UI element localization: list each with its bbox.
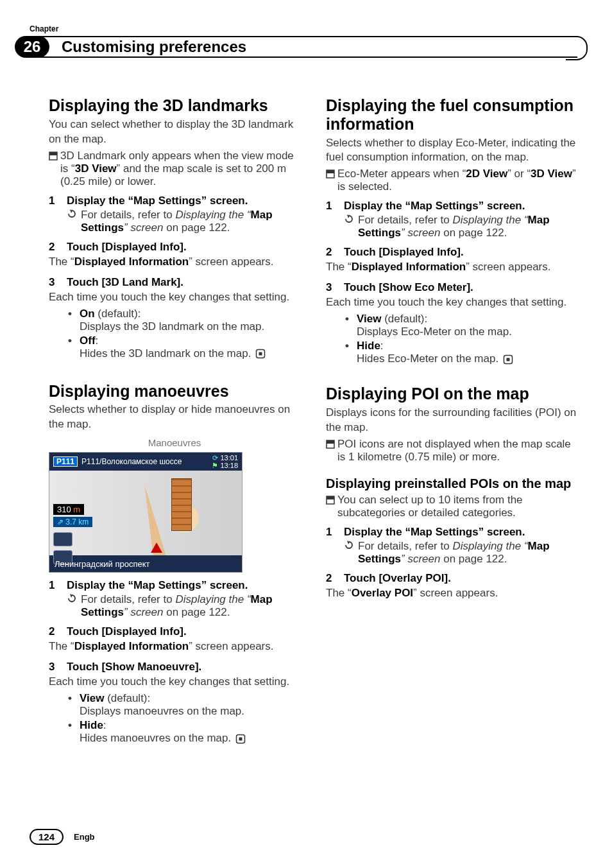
body-text: The “Overlay POI” screen appears. (326, 586, 577, 601)
heading-manoeuvres: Displaying manoeuvres (49, 382, 300, 401)
step-number: 2 (326, 246, 344, 259)
body-text: The “Displayed Information” screen appea… (326, 260, 577, 275)
note-text: 3D Landmark only appears when the view m… (60, 150, 300, 188)
note-box-icon (326, 168, 337, 193)
note-item: 3D Landmark only appears when the view m… (49, 150, 300, 188)
body-text: Each time you touch the key changes that… (49, 290, 300, 305)
note-item: POI icons are not displayed when the map… (326, 438, 577, 464)
svg-rect-5 (239, 737, 242, 740)
language-label: Engb (74, 832, 95, 842)
step-text: Display the “Map Settings” screen. (67, 195, 248, 207)
bullet-dot-icon: • (345, 340, 357, 365)
eta-readout: ⇗ 3.7 km (53, 517, 92, 527)
road-name-top: Р111/Волоколамское шоссе (81, 457, 182, 466)
bullet-dot-icon: • (68, 692, 80, 718)
step-text: Touch [Displayed Info]. (67, 625, 187, 638)
page-number: 124 (30, 829, 64, 845)
body-text: Each time you touch the key changes that… (49, 675, 300, 690)
figure-manoeuvres: Manoeuvres P111 Р111/Волоколамское шоссе… (49, 437, 300, 573)
step-number: 3 (49, 276, 67, 289)
svg-rect-9 (506, 358, 509, 361)
svg-rect-13 (327, 496, 334, 499)
cross-reference: For details, refer to Displaying the “Ma… (326, 214, 577, 239)
step-text: Touch [Show Eco Meter]. (344, 281, 473, 294)
note-item: You can select up to 10 items from the s… (326, 494, 577, 519)
step-number: 3 (49, 661, 67, 673)
page-footer: 124 Engb (30, 829, 95, 845)
svg-rect-7 (327, 170, 334, 173)
subheading-preinstalled-poi: Displaying preinstalled POIs on the map (326, 476, 577, 491)
body-text: The “Displayed Information” screen appea… (49, 255, 300, 270)
svg-rect-1 (49, 152, 57, 155)
cross-reference: For details, refer to Displaying the “Ma… (326, 540, 577, 566)
reference-arrow-icon (344, 214, 358, 239)
bullet-dot-icon: • (68, 334, 80, 360)
step-text: Display the “Map Settings” screen. (344, 526, 525, 539)
chapter-label: Chapter (30, 24, 58, 33)
step-number: 1 (49, 579, 67, 592)
cross-reference: For details, refer to Displaying the “Ma… (49, 593, 300, 619)
note-text: POI icons are not displayed when the map… (337, 438, 577, 464)
route-badge: P111 (53, 456, 78, 467)
step-text: Display the “Map Settings” screen. (344, 200, 525, 213)
note-text: You can select up to 10 items from the s… (337, 494, 577, 519)
distance-readout: 310 m (53, 504, 84, 515)
chapter-title: Customising preferences (40, 36, 577, 58)
note-item: Eco-Meter appears when “2D View” or “3D … (326, 168, 577, 193)
section-end-icon (255, 349, 266, 359)
body-text: Selects whether to display Eco-Meter, in… (326, 136, 577, 166)
body-text: Each time you touch the key changes that… (326, 295, 577, 310)
body-text: You can select whether to display the 3D… (49, 117, 300, 147)
step-number: 1 (326, 200, 344, 213)
body-text: Selects whether to display or hide manoe… (49, 403, 300, 432)
cross-reference: For details, refer to Displaying the “Ma… (49, 209, 300, 234)
clock-readout: ⟳ 13:01 ⚑ 13:18 (212, 454, 238, 469)
heading-3d-landmarks: Displaying the 3D landmarks (49, 96, 300, 115)
note-box-icon (49, 150, 60, 188)
step-number: 2 (326, 572, 344, 585)
section-end-icon (503, 354, 513, 365)
step-text: Touch [Overlay POI]. (344, 572, 451, 585)
body-text: The “Displayed Information” screen appea… (49, 639, 300, 654)
section-end-icon (235, 734, 246, 744)
heading-fuel: Displaying the fuel consumption informat… (326, 96, 577, 134)
svg-rect-11 (327, 440, 334, 444)
reference-arrow-icon (67, 209, 81, 234)
bullet-dot-icon: • (68, 719, 80, 745)
reference-arrow-icon (344, 540, 358, 566)
heading-poi: Displaying POI on the map (326, 385, 577, 403)
building-graphic (171, 478, 192, 531)
step-text: Touch [3D Land Mark]. (67, 276, 183, 289)
note-text: Eco-Meter appears when “2D View” or “3D … (337, 168, 577, 193)
step-text: Display the “Map Settings” screen. (67, 579, 248, 592)
step-text: Touch [Show Manoeuvre]. (67, 661, 201, 673)
map-screenshot: P111 Р111/Волоколамское шоссе ⟳ 13:01 ⚑ … (49, 452, 242, 573)
road-name-bottom: Ленинградский проспект (55, 559, 150, 569)
step-number: 2 (49, 625, 67, 638)
vehicle-cursor-icon (151, 542, 162, 553)
note-box-icon (326, 494, 337, 519)
step-number: 2 (49, 241, 67, 254)
reference-arrow-icon (67, 593, 81, 619)
svg-rect-3 (259, 352, 262, 356)
step-text: Touch [Displayed Info]. (67, 241, 187, 254)
step-number: 1 (326, 526, 344, 539)
step-text: Touch [Displayed Info]. (344, 246, 464, 259)
bullet-dot-icon: • (345, 313, 357, 338)
chapter-title-bar: Customising preferences (40, 36, 577, 58)
note-box-icon (326, 438, 337, 464)
bullet-dot-icon: • (68, 308, 80, 333)
body-text: Displays icons for the surrounding facil… (326, 406, 577, 435)
step-number: 1 (49, 195, 67, 207)
figure-caption: Manoeuvres (49, 437, 300, 448)
step-number: 3 (326, 281, 344, 294)
